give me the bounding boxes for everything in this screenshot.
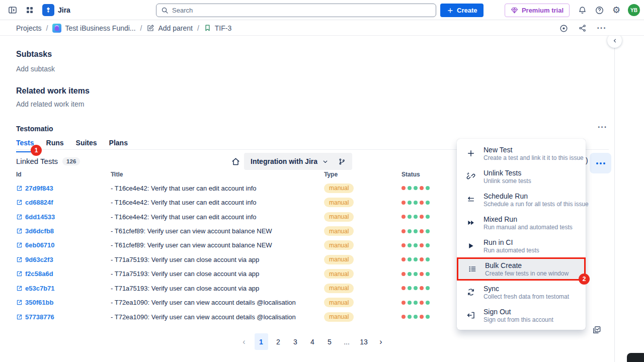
corner-widget[interactable] — [627, 353, 644, 362]
external-link-icon — [16, 256, 23, 263]
test-type-badge: manual — [324, 255, 354, 264]
sign-out-icon — [465, 311, 476, 320]
menu-item-title: Mixed Run — [484, 215, 573, 223]
status-dot-green — [414, 257, 418, 261]
create-button-label: Create — [457, 7, 477, 14]
test-id-link[interactable]: 57738776 — [25, 313, 54, 321]
status-dot-green — [426, 243, 430, 247]
test-type-badge: manual — [324, 226, 354, 236]
menu-item-mixed-run[interactable]: Mixed Run Run manual and automated tests — [457, 211, 586, 234]
status-dot-green — [408, 301, 412, 305]
create-button[interactable]: Create — [440, 4, 484, 17]
next-page-icon[interactable]: › — [374, 333, 388, 350]
breadcrumb-issue-key[interactable]: TIF-3 — [204, 24, 231, 32]
external-link-icon — [16, 270, 23, 277]
related-items-heading: Related work items — [16, 86, 90, 96]
test-id-link[interactable]: 6dd14533 — [25, 213, 55, 221]
status-dot-green — [426, 301, 430, 305]
status-dot-green — [408, 315, 412, 319]
pagination-page-13[interactable]: 13 — [357, 333, 371, 350]
menu-item-new-test[interactable]: New Test Create a test and link it it to… — [457, 142, 586, 165]
home-icon[interactable] — [229, 155, 242, 168]
share-icon[interactable] — [576, 22, 590, 35]
status-dot-green — [408, 286, 412, 290]
add-subtask-link[interactable]: Add subtask — [16, 65, 55, 73]
menu-item-bulk-create[interactable]: Bulk Create Create few tests in one wind… — [457, 257, 586, 281]
status-dot-red — [420, 257, 424, 261]
menu-item-unlink-tests[interactable]: Unlink Tests Unlink some tests — [457, 165, 586, 188]
breadcrumb: Projects / Test iBusiness Fundi... / Add… — [16, 20, 231, 36]
test-id-link[interactable]: f2c58a6d — [25, 270, 53, 278]
menu-item-title: Sign Out — [484, 308, 553, 316]
test-id-link[interactable]: 27d9f843 — [25, 185, 53, 192]
git-branch-icon[interactable] — [338, 158, 346, 165]
watch-eye-icon[interactable] — [556, 22, 571, 35]
pagination-page-5[interactable]: 5 — [323, 333, 337, 350]
add-parent-button[interactable]: Add parent — [146, 24, 193, 32]
test-title: - T71a75193: Verify user can close accou… — [111, 285, 259, 292]
menu-item-sign-out[interactable]: Sign Out Sign out from this account — [457, 304, 586, 327]
pagination-page-1[interactable]: 1 — [255, 333, 268, 350]
notifications-bell-icon[interactable] — [575, 3, 590, 18]
status-dot-red — [401, 243, 406, 247]
test-id-link[interactable]: cd68824f — [25, 199, 53, 206]
test-id-link[interactable]: 9d63c2f3 — [25, 256, 53, 263]
jira-brand[interactable]: Jira — [42, 4, 70, 16]
breadcrumb-projects[interactable]: Projects — [16, 24, 42, 32]
test-title: - T71a75193: Verify user can close accou… — [111, 256, 259, 263]
menu-item-subtitle: Run automated tests — [484, 247, 539, 254]
pagination-page-4[interactable]: 4 — [306, 333, 319, 350]
status-dot-red — [420, 215, 424, 219]
status-dot-red — [420, 286, 424, 290]
test-title: - T71a75193: Verify user can close accou… — [111, 270, 259, 278]
prev-page-icon[interactable]: ‹ — [237, 333, 251, 350]
status-dot-green — [426, 186, 430, 190]
branch-filter-dropdown[interactable]: Integration with Jira — [244, 153, 352, 170]
status-dot-green — [426, 229, 430, 233]
breadcrumb-project[interactable]: Test iBusiness Fundi... — [52, 24, 135, 33]
add-related-item-link[interactable]: Add related work item — [16, 100, 84, 108]
user-avatar[interactable]: YB — [628, 4, 640, 16]
menu-item-schedule-run[interactable]: Schedule Run Schedule a run for all test… — [457, 188, 586, 211]
menu-item-sync[interactable]: Sync Collect fresh data from testomat — [457, 281, 586, 304]
app-switcher-icon[interactable] — [22, 3, 37, 18]
status-dot-green — [408, 201, 412, 205]
multi-select-icon[interactable] — [592, 325, 602, 335]
table-more-actions-icon[interactable] — [590, 153, 611, 173]
menu-item-subtitle: Collect fresh data from testomat — [484, 294, 569, 300]
help-icon[interactable] — [592, 3, 607, 18]
testomatio-more-icon[interactable]: ··· — [598, 123, 607, 132]
external-link-icon — [16, 214, 23, 220]
status-dot-red — [401, 272, 406, 276]
play-icon — [465, 241, 476, 250]
global-search[interactable] — [156, 4, 436, 17]
premium-trial-button[interactable]: Premium trial — [505, 4, 570, 17]
menu-item-title: Sync — [484, 285, 569, 293]
status-dot-green — [426, 201, 430, 205]
search-icon — [161, 7, 169, 14]
test-id-link[interactable]: e53c7b71 — [25, 285, 55, 292]
tab-suites[interactable]: Suites — [76, 139, 97, 152]
top-nav-right: Premium trial ⚙ YB — [505, 0, 640, 20]
tab-runs[interactable]: Runs — [46, 139, 64, 152]
status-dot-red — [420, 243, 424, 247]
test-id-link[interactable]: 350f61bb — [25, 299, 53, 306]
test-id-link[interactable]: 6eb06710 — [25, 241, 55, 249]
test-title: - T16ce4e42: Verify that user can edit a… — [111, 199, 257, 206]
test-id-link[interactable]: 3d6dcfb8 — [25, 227, 54, 235]
more-actions-icon[interactable]: ··· — [595, 22, 609, 35]
test-status-dots — [401, 224, 430, 238]
search-input[interactable] — [172, 7, 431, 14]
status-dot-green — [414, 243, 418, 247]
pagination-page-2[interactable]: 2 — [272, 333, 285, 350]
test-type-badge: manual — [324, 184, 354, 193]
pagination-page-3[interactable]: 3 — [289, 333, 302, 350]
tab-plans[interactable]: Plans — [109, 139, 128, 152]
sidebar-toggle-icon[interactable] — [5, 3, 20, 18]
menu-item-run-in-ci[interactable]: Run in CI Run automated tests — [457, 234, 586, 257]
gem-icon — [511, 7, 518, 14]
test-title: - T61cfef89: Verify user can view accoun… — [111, 227, 272, 235]
menu-item-title: Bulk Create — [485, 261, 569, 269]
test-type-badge: manual — [324, 212, 354, 222]
settings-gear-icon[interactable]: ⚙ — [609, 3, 624, 18]
